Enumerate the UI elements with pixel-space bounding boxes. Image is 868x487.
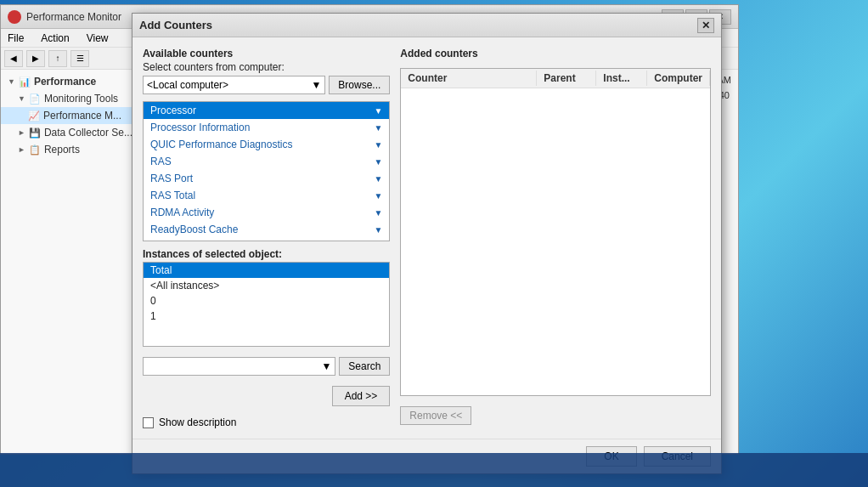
counter-chevron-0: ▼ [374,106,382,116]
counter-proc-info-label: Processor Information [150,122,250,133]
instances-label: Instances of selected object: [143,248,390,260]
show-description-row: Show description [143,416,390,428]
computer-select-row: <Local computer> ▼ Browse... [143,76,390,94]
remove-button[interactable]: Remove << [400,406,471,425]
add-counters-dialog: Add Counters ✕ Available counters Select… [132,13,722,474]
counter-ras-port-label: RAS Port [150,173,193,184]
search-row: ▼ Search [143,357,390,376]
added-counters-label: Added counters [400,48,711,59]
added-counters-table: Counter Parent Inst... Computer [400,68,711,396]
instances-section: Instances of selected object: Total <All… [143,248,390,347]
search-input[interactable]: ▼ [143,357,335,376]
counter-chevron-1: ▼ [374,123,382,133]
search-dropdown-arrow: ▼ [321,360,331,372]
instance-1[interactable]: 1 [144,309,389,324]
instances-list[interactable]: Total <All instances> 0 1 [143,262,390,347]
instance-total-label: Total [150,264,172,276]
counter-rdma-label: RDMA Activity [150,207,214,218]
dialog-right-panel: Added counters Counter Parent Inst... Co… [400,48,711,428]
available-counters-section: Available counters Select counters from … [143,48,390,94]
counter-chevron-4: ▼ [374,174,382,184]
counter-chevron-7: ▼ [374,225,382,235]
dialog-close-button[interactable]: ✕ [697,18,714,33]
computer-select-arrow: ▼ [311,79,321,91]
dialog-titlebar: Add Counters ✕ [132,14,721,37]
show-description-checkbox[interactable] [143,417,154,428]
dialog-title: Add Counters [139,19,212,31]
counter-item-rdma[interactable]: RDMA Activity ▼ [144,204,389,221]
counter-chevron-2: ▼ [374,140,382,150]
select-from-label: Select counters from computer: [143,61,390,73]
add-button-row: Add >> [143,386,390,406]
col-header-computer: Computer [647,71,710,86]
col-header-counter: Counter [401,71,537,86]
computer-select-dropdown[interactable]: <Local computer> ▼ [143,76,325,94]
counter-readyboost-label: ReadyBoost Cache [150,224,238,235]
instance-1-label: 1 [150,310,156,322]
counter-chevron-3: ▼ [374,157,382,167]
dialog-body: Available counters Select counters from … [132,37,721,439]
counter-processor-label: Processor [150,105,196,116]
counter-item-quic[interactable]: QUIC Performance Diagnostics ▼ [144,136,389,153]
counter-ras-total-label: RAS Total [150,190,195,201]
counter-item-processor[interactable]: Processor ▼ [144,102,389,119]
counter-item-readyboost[interactable]: ReadyBoost Cache ▼ [144,221,389,238]
taskbar [0,453,868,487]
search-button[interactable]: Search [339,357,390,376]
counter-item-processor-info[interactable]: Processor Information ▼ [144,119,389,136]
instance-all[interactable]: <All instances> [144,278,389,293]
col-header-parent: Parent [537,71,596,86]
counter-item-ras[interactable]: RAS ▼ [144,153,389,170]
counter-ras-label: RAS [150,156,172,167]
counter-chevron-5: ▼ [374,191,382,201]
browse-button[interactable]: Browse... [329,76,390,94]
instance-all-label: <All instances> [150,280,219,292]
add-button[interactable]: Add >> [332,386,391,406]
col-header-inst: Inst... [596,71,647,86]
counter-chevron-6: ▼ [374,208,382,218]
instance-0[interactable]: 0 [144,293,389,309]
instance-0-label: 0 [150,295,156,307]
table-header: Counter Parent Inst... Computer [401,69,710,88]
counters-list[interactable]: Processor ▼ Processor Information ▼ QUIC… [143,101,390,241]
computer-select-value: <Local computer> [147,79,228,91]
show-description-label: Show description [159,416,236,428]
counter-item-ras-total[interactable]: RAS Total ▼ [144,187,389,204]
dialog-overlay: Add Counters ✕ Available counters Select… [0,0,868,487]
counter-quic-label: QUIC Performance Diagnostics [150,139,292,150]
remove-row: Remove << [400,403,711,428]
counter-item-ras-port[interactable]: RAS Port ▼ [144,170,389,187]
instance-total[interactable]: Total [144,263,389,278]
available-counters-label: Available counters [143,48,390,59]
dialog-left-panel: Available counters Select counters from … [143,48,390,428]
table-body [401,88,710,395]
